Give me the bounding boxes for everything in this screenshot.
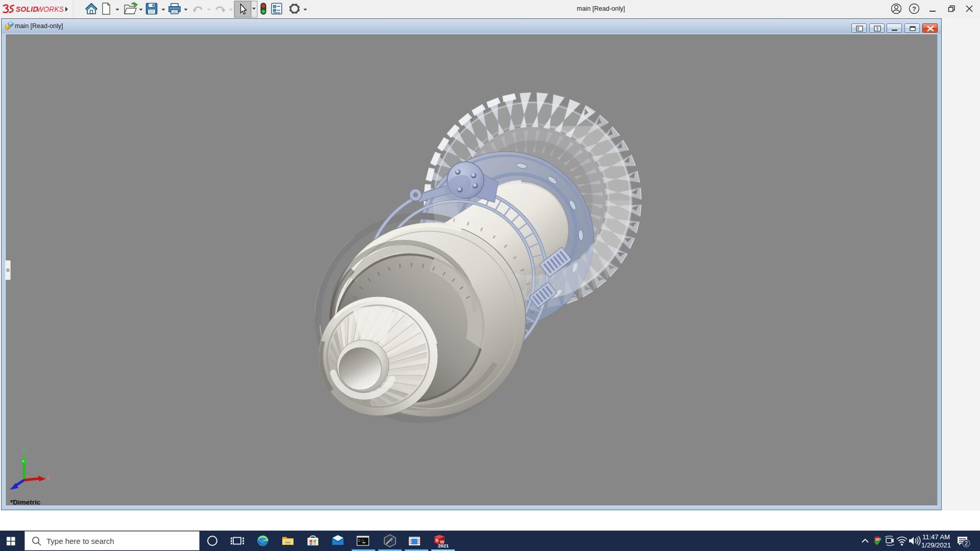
svg-text:2: 2 bbox=[965, 540, 968, 546]
svg-text:2021: 2021 bbox=[438, 543, 449, 548]
svg-text:?: ? bbox=[912, 5, 916, 13]
svg-text:C:\: C:\ bbox=[358, 539, 364, 543]
svg-text:WORKS: WORKS bbox=[37, 6, 63, 13]
svg-text:x: x bbox=[46, 473, 50, 481]
svg-text:SOLID: SOLID bbox=[16, 6, 38, 13]
